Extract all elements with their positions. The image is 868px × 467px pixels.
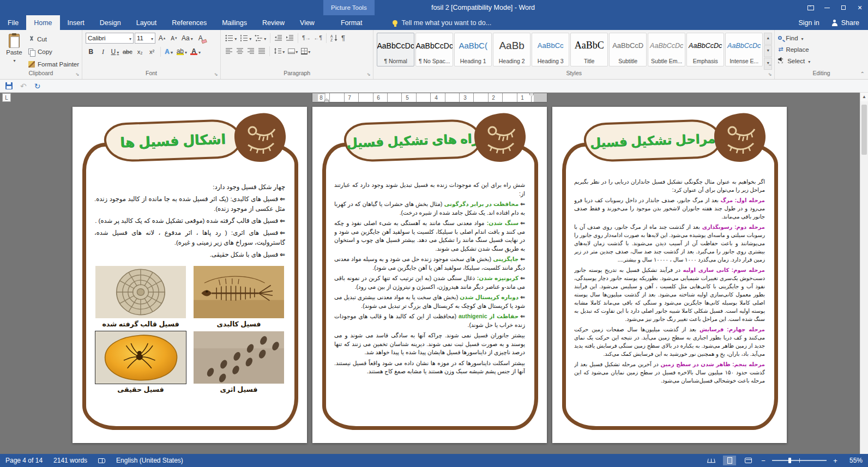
style-no-spacing[interactable]: AaBbCcDc¶ No Spac... <box>415 33 453 66</box>
tab-references[interactable]: References <box>164 15 214 30</box>
zoom-slider-thumb[interactable] <box>788 458 791 463</box>
find-button[interactable]: Find <box>778 32 866 44</box>
strikethrough-button[interactable]: abc <box>122 46 134 58</box>
page-body-text[interactable]: شش راه برای اين كه موجودات زنده به فسيل … <box>334 181 525 419</box>
zoom-out-button[interactable]: − <box>760 457 767 465</box>
paragraph-dialog-launcher[interactable] <box>365 71 372 78</box>
style-emphasis[interactable]: AaBbCcDcEmphasis <box>686 33 724 66</box>
fish-fossil-figure[interactable]: فسيل كالبدى <box>194 266 284 328</box>
text-effects-button[interactable]: A <box>164 46 174 58</box>
sort-button[interactable]: AZ <box>329 32 339 44</box>
scrollbar-thumb[interactable] <box>861 105 867 155</box>
multilevel-list-button[interactable] <box>254 32 267 44</box>
tab-home[interactable]: Home <box>26 15 59 30</box>
tab-insert[interactable]: Insert <box>60 15 92 30</box>
font-size-combo[interactable]: 11 <box>135 33 155 44</box>
style-subtle-emphasis[interactable]: AaBbCcDcSubtle Em... <box>648 33 685 66</box>
bold-button[interactable]: B <box>86 46 97 58</box>
horizontal-ruler[interactable]: 8 7 6 5 4 3 2 1 <box>312 93 547 102</box>
style-heading-1[interactable]: AaBbC(Heading 1 <box>454 33 492 66</box>
paste-button[interactable]: Paste <box>3 32 25 70</box>
zoom-level[interactable]: 55% <box>844 457 863 464</box>
tab-mailings[interactable]: Mailings <box>214 15 255 30</box>
change-case-button[interactable]: Aa <box>180 32 194 44</box>
replace-button[interactable]: ⇄Replace <box>778 44 866 55</box>
undo-button[interactable]: ↶ <box>20 82 27 90</box>
first-line-indent-marker[interactable] <box>529 93 534 97</box>
clipboard-dialog-launcher[interactable] <box>74 71 81 78</box>
styles-scroll-up-icon[interactable]: ▲ <box>764 33 772 45</box>
tab-design[interactable]: Design <box>92 15 129 30</box>
shrink-font-button[interactable]: A <box>168 32 179 44</box>
grow-font-button[interactable]: A <box>156 32 167 44</box>
ribbon-display-options-button[interactable] <box>803 0 819 15</box>
proofing-status-icon[interactable] <box>98 458 105 463</box>
redo-button[interactable]: ↻ <box>34 82 41 90</box>
style-heading-2[interactable]: AaBbHeading 2 <box>493 33 531 66</box>
styles-gallery-more-icon[interactable]: ▼̲ <box>764 58 772 70</box>
collapse-ribbon-icon[interactable]: ⌃ <box>860 71 865 77</box>
scroll-up-icon[interactable]: ▲ <box>860 93 868 101</box>
underline-button[interactable]: U <box>110 46 120 58</box>
zoom-slider[interactable] <box>772 460 827 461</box>
footprint-traces-figure[interactable]: فسيل اثرى <box>194 331 284 393</box>
left-indent-marker[interactable] <box>324 100 329 102</box>
cut-button[interactable]: Cut <box>28 33 79 45</box>
borders-button[interactable] <box>300 45 311 57</box>
font-color-button[interactable]: A <box>189 46 202 58</box>
show-hide-paragraph-marks-button[interactable]: ¶ <box>340 32 346 44</box>
minimize-button[interactable] <box>819 0 835 15</box>
close-button[interactable]: × <box>852 0 868 15</box>
select-button[interactable]: Select <box>778 55 866 66</box>
tab-view[interactable]: View <box>292 15 322 30</box>
zoom-in-button[interactable]: + <box>832 457 839 465</box>
left-to-right-direction-button[interactable]: ¶→ <box>301 32 311 44</box>
styles-scroll-down-icon[interactable]: ▼ <box>764 45 772 57</box>
document-page-3[interactable]: مراحل تشكيل فسيل اگر بخواهيم به عنوان مث… <box>552 107 787 443</box>
print-layout-button[interactable] <box>723 456 736 465</box>
style-heading-3[interactable]: AaBbCcHeading 3 <box>532 33 569 66</box>
tab-stop-selector[interactable]: L <box>2 93 11 102</box>
align-right-button[interactable] <box>246 45 256 57</box>
language-indicator[interactable]: English (United States) <box>116 457 183 464</box>
paste-dropdown-icon[interactable] <box>13 57 15 63</box>
shading-button[interactable] <box>287 45 299 57</box>
tell-me-box[interactable]: Tell me what you want to do... <box>393 15 491 30</box>
style-intense-emphasis[interactable]: AaBbCcDcIntense E... <box>725 33 763 66</box>
read-mode-button[interactable] <box>704 456 718 465</box>
ammonite-fossil-figure[interactable]: فسيل قالب گرفته شده <box>95 266 186 328</box>
style-normal[interactable]: AaBbCcDc¶ Normal <box>377 33 414 66</box>
line-spacing-button[interactable] <box>273 45 286 57</box>
numbering-button[interactable] <box>239 32 252 44</box>
sign-in-link[interactable]: Sign in <box>798 19 819 27</box>
amber-spider-figure[interactable]: فسيل حقيقى <box>95 331 186 393</box>
decrease-indent-button[interactable] <box>273 32 284 44</box>
format-painter-button[interactable]: Format Painter <box>28 58 79 70</box>
vertical-scrollbar[interactable]: ▲ <box>860 93 868 454</box>
justify-button[interactable] <box>257 45 267 57</box>
italic-button[interactable]: I <box>98 46 108 58</box>
tab-layout[interactable]: Layout <box>129 15 165 30</box>
tab-format[interactable]: Format <box>333 15 370 30</box>
page-body-text[interactable]: اگر بخواهيم به عنوان مثال چگونگی تشكيل ف… <box>574 178 765 421</box>
document-page-2[interactable]: راه های تشكيل فسيل شش راه برای اين كه مو… <box>312 107 547 443</box>
superscript-button[interactable]: x² <box>147 46 158 58</box>
page-indicator[interactable]: Page 4 of 14 <box>5 457 43 464</box>
tab-review[interactable]: Review <box>255 15 292 30</box>
tab-file[interactable]: File <box>0 15 26 30</box>
document-page-1[interactable]: اشكال فسيل ها چهار شكل فسيل وجود دارد:⇐ف… <box>73 107 307 443</box>
increase-indent-button[interactable] <box>285 32 295 44</box>
restore-button[interactable] <box>835 0 852 15</box>
bullets-button[interactable] <box>224 32 238 44</box>
web-layout-button[interactable] <box>742 456 755 465</box>
highlight-color-button[interactable]: ab <box>176 46 188 58</box>
styles-dialog-launcher[interactable] <box>767 71 773 78</box>
clear-formatting-button[interactable]: A <box>195 32 206 44</box>
picture-tools-contextual-group[interactable]: Picture Tools <box>323 0 375 15</box>
font-dialog-launcher[interactable] <box>213 71 219 78</box>
font-name-combo[interactable]: Calibri <box>86 33 134 44</box>
save-button[interactable] <box>5 82 13 89</box>
align-left-button[interactable] <box>224 45 234 57</box>
copy-button[interactable]: Copy <box>28 46 79 57</box>
style-subtitle[interactable]: AaBbCcDSubtitle <box>609 33 647 66</box>
